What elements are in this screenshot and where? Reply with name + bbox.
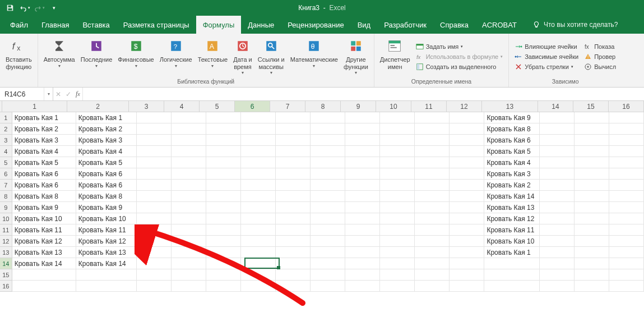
name-box[interactable]: R14C6 ▾ [0,88,53,100]
row-header[interactable]: 16 [0,281,12,292]
column-header[interactable]: 5 [200,101,235,112]
cell[interactable] [137,146,172,157]
cell[interactable] [206,213,241,224]
cell[interactable] [241,258,276,269]
cell[interactable] [206,157,241,168]
cell[interactable] [206,180,241,191]
cell[interactable] [172,146,206,157]
cell[interactable] [311,123,345,135]
cell[interactable] [311,213,345,224]
cell[interactable] [241,146,276,157]
cell[interactable] [276,157,311,168]
cell[interactable]: Кровать Кая 3 [12,135,76,146]
cell[interactable] [172,281,206,292]
cell[interactable] [172,258,206,269]
cell[interactable] [311,281,345,292]
column-header[interactable]: 4 [164,101,200,112]
cell[interactable] [540,180,574,191]
cell[interactable]: Кровать Кая 5 [12,157,76,168]
cell[interactable] [415,168,450,180]
row-header[interactable]: 14 [0,258,12,269]
row-header[interactable]: 7 [0,180,12,191]
cell[interactable]: Кровать Кая 14 [76,258,137,269]
cell[interactable] [76,269,137,281]
cell[interactable] [450,224,484,236]
cell[interactable] [206,247,241,258]
cell[interactable] [172,112,206,123]
cell[interactable] [241,281,276,292]
save-icon[interactable] [4,2,16,13]
cell[interactable] [540,202,574,213]
column-header[interactable]: 16 [609,101,644,112]
column-header[interactable]: 6 [235,101,270,112]
cell[interactable] [241,191,276,202]
cell[interactable] [241,157,276,168]
cell[interactable] [609,168,644,180]
column-header[interactable]: 12 [447,101,482,112]
cell[interactable]: Кровать Кая 2 [76,123,137,135]
cell[interactable]: Кровать Кая 11 [484,224,539,236]
cell[interactable] [574,236,609,247]
row-header[interactable]: 8 [0,191,12,202]
cell[interactable] [276,258,311,269]
cell[interactable] [574,112,609,123]
prec-button[interactable]: Влияющие ячейки [515,42,578,51]
cell[interactable] [450,269,484,281]
cell[interactable] [415,191,450,202]
row-header[interactable]: 13 [0,247,12,258]
cell[interactable] [574,247,609,258]
cell[interactable] [345,202,380,213]
cell[interactable] [540,112,574,123]
cell[interactable] [311,247,345,258]
cell[interactable]: Кровать Кая 1 [12,112,76,123]
cell[interactable] [137,202,172,213]
cell[interactable]: Кровать Кая 9 [12,202,76,213]
cell[interactable] [450,157,484,168]
cell[interactable]: Кровать Кая 6 [76,168,137,180]
tab-справка[interactable]: Справка [433,16,475,34]
cell[interactable] [540,236,574,247]
cell[interactable] [574,281,609,292]
row-header[interactable]: 4 [0,146,12,157]
cell[interactable] [241,236,276,247]
cell[interactable] [609,157,644,168]
cell[interactable] [345,135,380,146]
cell[interactable]: Кровать Кая 4 [12,146,76,157]
cell[interactable] [380,157,415,168]
cell[interactable] [172,180,206,191]
cell[interactable] [276,168,311,180]
cell[interactable] [311,236,345,247]
cell[interactable] [415,146,450,157]
cell[interactable]: Кровать Кая 2 [484,180,539,191]
eval-button[interactable]: Вычисл [584,62,616,71]
cell[interactable] [137,157,172,168]
cell[interactable] [276,180,311,191]
cell[interactable] [574,180,609,191]
insert-function-button[interactable]: fx Вставитьфункцию [3,36,34,73]
cell[interactable] [12,269,76,281]
cell[interactable] [540,123,574,135]
cell[interactable] [415,213,450,224]
cell[interactable] [484,281,539,292]
cell[interactable] [137,213,172,224]
cell[interactable] [450,202,484,213]
cell[interactable] [450,168,484,180]
cell[interactable] [276,224,311,236]
cell[interactable] [574,191,609,202]
cell[interactable] [276,112,311,123]
cell[interactable] [345,112,380,123]
cell[interactable] [609,135,644,146]
cell[interactable] [345,224,380,236]
cell[interactable] [450,135,484,146]
cell[interactable] [380,180,415,191]
cell[interactable] [137,123,172,135]
cell[interactable] [206,135,241,146]
cell[interactable] [540,224,574,236]
cell[interactable] [380,281,415,292]
cell[interactable] [415,258,450,269]
redo-icon[interactable]: ▾ [34,2,45,13]
cell[interactable] [415,135,450,146]
cell[interactable] [137,236,172,247]
cell[interactable] [574,146,609,157]
tab-данные[interactable]: Данные [241,16,281,34]
